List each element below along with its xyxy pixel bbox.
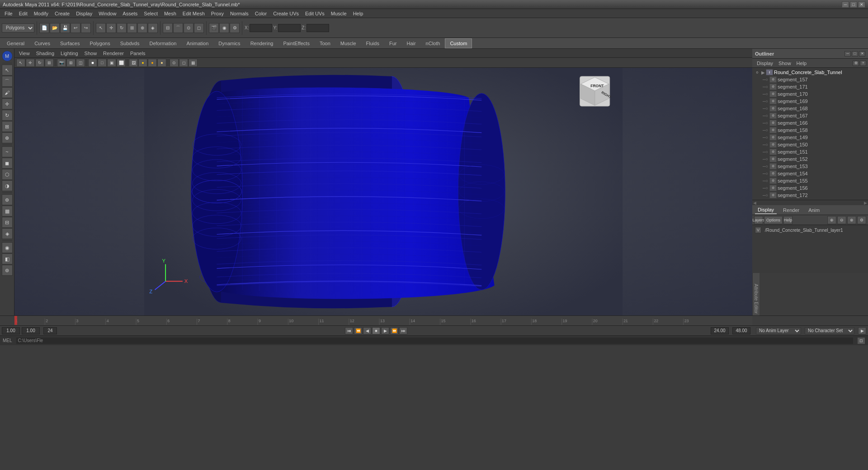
start-frame-input[interactable] xyxy=(2,327,20,334)
vt-texture-btn[interactable]: 🖼 xyxy=(129,59,138,67)
layer-tool-1[interactable]: ⊕ xyxy=(827,216,836,224)
move-tool-button[interactable]: ✛ xyxy=(2,99,13,109)
curve-tool-button[interactable]: ~ xyxy=(2,146,13,157)
z-input[interactable] xyxy=(307,24,329,32)
softselect-button[interactable]: ◈ xyxy=(2,228,13,239)
show-manipulator-button[interactable]: ⊛ xyxy=(2,194,13,205)
lasso-tool-button[interactable]: ⌒ xyxy=(2,76,13,87)
outliner-item-segment167[interactable]: ─○ ⚙ segment_167 xyxy=(753,112,867,119)
outliner-close-btn[interactable]: ✕ xyxy=(859,51,865,56)
menu-select[interactable]: Select xyxy=(141,10,160,17)
vt-wireframe-btn[interactable]: □ xyxy=(98,59,107,67)
outliner-item-segment157[interactable]: ─○ ⚙ segment_157 xyxy=(753,76,867,83)
range-end-input[interactable] xyxy=(732,327,750,334)
tab-painteffects[interactable]: PaintEffects xyxy=(278,38,315,48)
grid-toggle-button[interactable]: ▦ xyxy=(2,206,13,216)
vt-hud-btn[interactable]: ◻ xyxy=(179,59,188,67)
menu-edit-uvs[interactable]: Edit UVs xyxy=(302,10,327,17)
vt-smooth-shade-btn[interactable]: ■ xyxy=(88,59,97,67)
outliner-item-segment156[interactable]: ─○ ⚙ segment_156 xyxy=(753,184,867,192)
tab-fluids[interactable]: Fluids xyxy=(361,38,384,48)
tab-fur[interactable]: Fur xyxy=(384,38,402,48)
vt-rotate-btn[interactable]: ↻ xyxy=(35,59,44,67)
menu-modify[interactable]: Modify xyxy=(31,10,51,17)
outliner-item-segment166[interactable]: ─○ ⚙ segment_166 xyxy=(753,119,867,127)
outliner-item-segment151[interactable]: ─○ ⚙ segment_151 xyxy=(753,148,867,155)
outliner-item-segment149[interactable]: ─○ ⚙ segment_149 xyxy=(753,134,867,141)
layer-tab-anim[interactable]: Anim xyxy=(806,207,822,214)
menu-window[interactable]: Window xyxy=(96,10,119,17)
vp-renderer-menu[interactable]: Renderer xyxy=(100,50,127,57)
timeline-area[interactable]: 1 2 3 4 5 6 7 8 9 10 11 xyxy=(0,315,868,325)
outliner-icon-2[interactable]: ? xyxy=(860,61,866,66)
tab-polygons[interactable]: Polygons xyxy=(85,38,115,48)
vt-scale-btn[interactable]: ⊞ xyxy=(45,59,54,67)
vt-bounding-box-btn[interactable]: ⬜ xyxy=(117,59,126,67)
menu-assets[interactable]: Assets xyxy=(120,10,140,17)
layer-menu-options[interactable]: Options xyxy=(764,216,783,224)
tab-general[interactable]: General xyxy=(2,38,29,48)
outliner-item-segment172[interactable]: ─○ ⚙ segment_172 xyxy=(753,192,867,199)
snap-toggle-button[interactable]: ⊟ xyxy=(2,217,13,228)
layer-tool-4[interactable]: ⚙ xyxy=(857,216,866,224)
step-back-button[interactable]: ⏪ xyxy=(354,327,362,334)
scale-tool-button[interactable]: ⊞ xyxy=(2,121,13,132)
outliner-item-segment168[interactable]: ─○ ⚙ segment_168 xyxy=(753,105,867,112)
vt-light2-btn[interactable]: ● xyxy=(148,59,157,67)
xray-button[interactable]: ⊚ xyxy=(2,265,13,276)
snap-curve-button[interactable]: ⌒ xyxy=(173,23,183,33)
tab-deformation[interactable]: Deformation xyxy=(144,38,181,48)
tab-subdvds[interactable]: Subdvds xyxy=(115,38,145,48)
outliner-display-menu[interactable]: Display xyxy=(754,60,776,67)
layer-row-1[interactable]: V /Round_Concrete_Slab_Tunnel_layer1 xyxy=(753,226,867,234)
outliner-item-segment158[interactable]: ─○ ⚙ segment_158 xyxy=(753,127,867,134)
mode-dropdown[interactable]: Polygons xyxy=(2,24,34,33)
y-input[interactable] xyxy=(278,24,301,32)
outliner-icon-1[interactable]: ⚙ xyxy=(853,61,859,66)
menu-help[interactable]: Help xyxy=(350,10,366,17)
vp-lighting-menu[interactable]: Lighting xyxy=(58,50,81,57)
select-tool-button[interactable]: ↖ xyxy=(2,65,13,75)
render-preview-button[interactable]: ◉ xyxy=(2,242,13,253)
vt-light3-btn[interactable]: ● xyxy=(157,59,166,67)
outliner-item-segment154[interactable]: ─○ ⚙ segment_154 xyxy=(753,170,867,177)
attr-editor-label[interactable]: Attribute Editor xyxy=(753,282,760,315)
vp-show-menu[interactable]: Show xyxy=(82,50,100,57)
menu-color[interactable]: Color xyxy=(252,10,269,17)
render-settings-button[interactable]: ⚙ xyxy=(230,23,240,33)
layer-tab-render[interactable]: Render xyxy=(780,207,802,214)
close-button[interactable]: ✕ xyxy=(858,1,865,8)
render-button[interactable]: 🎬 xyxy=(209,23,219,33)
outliner-item-segment152[interactable]: ─○ ⚙ segment_152 xyxy=(753,155,867,163)
minimize-button[interactable]: ─ xyxy=(842,1,849,8)
go-start-button[interactable]: ⏮ xyxy=(345,327,353,334)
rotate-tool-button[interactable]: ↻ xyxy=(2,110,13,121)
silhouette-button[interactable]: ◧ xyxy=(2,254,13,264)
outliner-root-item[interactable]: ○ ▶ f Round_Concrete_Slab_Tunnel xyxy=(753,69,867,76)
save-file-button[interactable]: 💾 xyxy=(60,23,70,33)
scroll-right-btn[interactable]: ▶ xyxy=(864,201,867,205)
outliner-item-segment150[interactable]: ─○ ⚙ segment_150 xyxy=(753,141,867,148)
vt-layout-btn[interactable]: ⊞ xyxy=(66,59,75,67)
outliner-item-segment153[interactable]: ─○ ⚙ segment_153 xyxy=(753,163,867,170)
vt-isolate-btn[interactable]: ⊙ xyxy=(170,59,179,67)
vt-translate-btn[interactable]: ✛ xyxy=(26,59,35,67)
vp-panels-menu[interactable]: Panels xyxy=(127,50,148,57)
layer-tool-3[interactable]: ⊗ xyxy=(847,216,856,224)
ipr-button[interactable]: ◉ xyxy=(219,23,229,33)
open-file-button[interactable]: 📂 xyxy=(50,23,60,33)
menu-edit[interactable]: Edit xyxy=(16,10,30,17)
outliner-item-segment170[interactable]: ─○ ⚙ segment_170 xyxy=(753,90,867,98)
command-line-text[interactable]: C:\Users\Fle xyxy=(18,338,43,343)
timeline-ruler[interactable]: 1 2 3 4 5 6 7 8 9 10 11 xyxy=(14,316,752,326)
outliner-show-menu[interactable]: Show xyxy=(776,60,794,67)
layer-tool-2[interactable]: ⊖ xyxy=(837,216,846,224)
tab-muscle[interactable]: Muscle xyxy=(335,38,361,48)
x-input[interactable] xyxy=(250,24,272,32)
status-resize-btn[interactable]: ⊡ xyxy=(857,337,865,344)
vp-shading-menu[interactable]: Shading xyxy=(33,50,57,57)
vt-grid-btn[interactable]: ▦ xyxy=(189,59,198,67)
snap-view-button[interactable]: ◻ xyxy=(194,23,204,33)
paint-select-button[interactable]: 🖌 xyxy=(2,87,13,98)
viewport-canvas[interactable]: X Y Z FRONT xyxy=(14,68,752,315)
